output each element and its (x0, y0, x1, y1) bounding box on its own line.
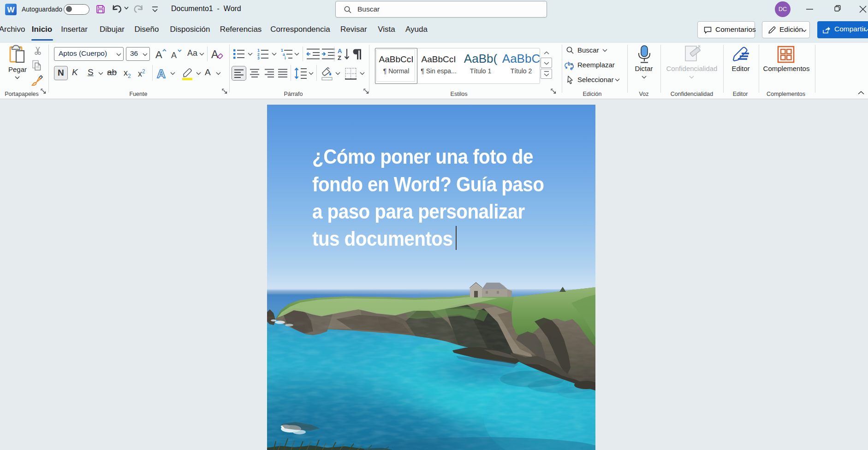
svg-text:A: A (157, 67, 166, 80)
svg-text:A: A (211, 48, 219, 60)
svg-text:A: A (171, 51, 177, 60)
svg-text:i: i (285, 56, 285, 60)
svg-text:3: 3 (257, 56, 260, 60)
svg-text:A: A (155, 49, 162, 60)
svg-text:Z: Z (338, 54, 341, 61)
svg-text:W: W (7, 6, 15, 14)
svg-text:A: A (338, 47, 342, 54)
